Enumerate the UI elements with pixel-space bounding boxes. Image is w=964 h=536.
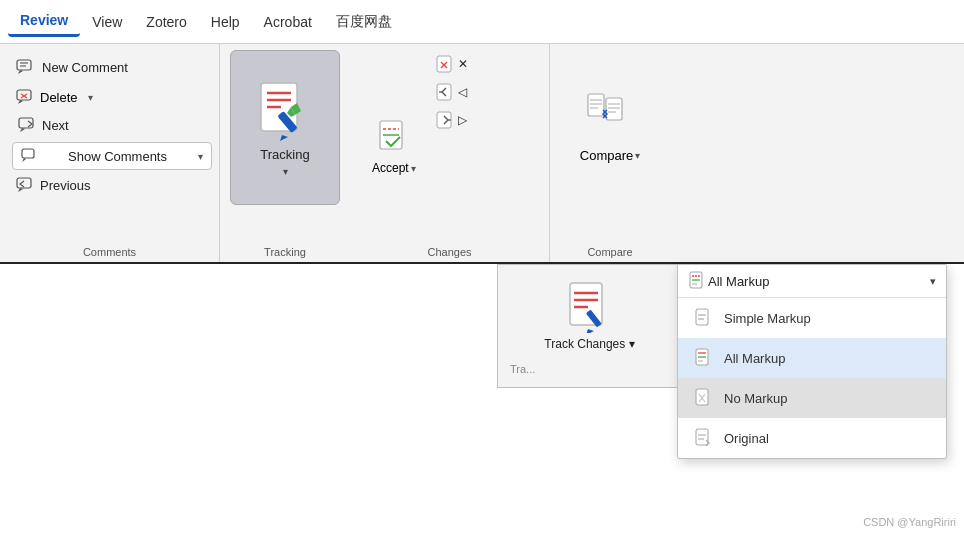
show-comments-label: Show Comments	[68, 149, 167, 164]
tra-label-row: Tra...	[502, 359, 677, 379]
compare-group: Compare ▾ Compare	[550, 44, 670, 262]
simple-markup-label: Simple Markup	[724, 311, 811, 326]
ribbon: New Comment Delete ▾	[0, 44, 964, 264]
next-comment-label: Next	[42, 118, 69, 133]
delete-dropdown-arrow[interactable]: ▾	[84, 90, 97, 105]
delete-row: Delete ▾	[12, 84, 207, 110]
new-comment-icon	[16, 58, 34, 76]
delete-icon	[16, 88, 34, 106]
compare-button[interactable]: Compare ▾	[560, 50, 660, 205]
original-icon	[694, 428, 714, 448]
markup-selected-label: All Markup	[708, 274, 930, 289]
tra-label: Tra...	[510, 363, 535, 375]
accept-label: Accept	[372, 161, 409, 175]
next-comment-icon	[18, 116, 36, 134]
markup-dropdown-arrow[interactable]: ▾	[930, 275, 936, 288]
accept-arrow: ▾	[411, 163, 416, 174]
svg-rect-49	[696, 309, 708, 325]
markup-option-original[interactable]: Original	[678, 418, 946, 458]
changes-next-button[interactable]: ▷	[430, 108, 474, 132]
track-changes-dropdown-panel: Track Changes ▾ Tra...	[497, 264, 682, 388]
markup-option-none[interactable]: No Markup	[678, 378, 946, 418]
svg-marker-9	[20, 128, 25, 132]
changes-next-icon	[436, 111, 454, 129]
simple-markup-icon	[694, 308, 714, 328]
previous-comment-button[interactable]: Previous	[12, 172, 207, 198]
markup-select-row[interactable]: All Markup ▾	[678, 265, 946, 298]
menu-zotero[interactable]: Zotero	[134, 8, 198, 36]
comments-group-label: Comments	[12, 242, 207, 262]
show-comments-icon	[21, 148, 37, 164]
new-comment-label: New Comment	[42, 60, 128, 75]
original-label: Original	[724, 431, 769, 446]
svg-marker-44	[586, 329, 594, 333]
svg-rect-4	[17, 90, 31, 100]
changes-group: Accept ▾ ✕	[350, 44, 550, 262]
svg-marker-11	[22, 158, 26, 162]
reject-button[interactable]: ✕	[430, 52, 474, 76]
menu-review[interactable]: Review	[8, 6, 80, 37]
track-changes-icon	[564, 281, 616, 333]
tracking-group: Tracking ▾ Tracking	[220, 44, 350, 262]
show-comments-arrow: ▾	[198, 151, 203, 162]
tracking-arrow: ▾	[283, 166, 288, 177]
tracking-button[interactable]: Tracking ▾	[230, 50, 340, 205]
comments-top: New Comment Delete ▾	[12, 52, 207, 242]
tracking-icon	[253, 79, 317, 143]
svg-marker-19	[280, 135, 288, 141]
changes-previous-button[interactable]: ◁	[430, 80, 474, 104]
compare-arrow: ▾	[635, 150, 640, 161]
menu-help[interactable]: Help	[199, 8, 252, 36]
svg-rect-31	[588, 94, 604, 116]
delete-label: Delete	[40, 90, 78, 105]
svg-rect-24	[437, 56, 451, 72]
markup-option-simple[interactable]: Simple Markup	[678, 298, 946, 338]
markup-select-icon	[688, 271, 708, 291]
changes-row: Accept ▾ ✕	[362, 52, 474, 242]
changes-group-label: Changes	[362, 242, 537, 262]
markup-option-all[interactable]: All Markup	[678, 338, 946, 378]
next-comment-button[interactable]: Next	[12, 112, 207, 138]
compare-group-label: Compare	[558, 242, 662, 262]
tracking-button-label: Tracking	[260, 147, 309, 162]
svg-marker-13	[18, 188, 23, 192]
no-markup-label: No Markup	[724, 391, 788, 406]
menu-baidu[interactable]: 百度网盘	[324, 7, 404, 37]
show-comments-button[interactable]: Show Comments ▾	[12, 142, 212, 170]
svg-rect-35	[606, 98, 622, 120]
changes-previous-icon	[436, 83, 454, 101]
accept-button[interactable]: Accept ▾	[362, 52, 426, 242]
markup-dropdown: All Markup ▾ Simple Markup All Markup	[677, 264, 947, 459]
tracking-group-label: Tracking	[228, 242, 342, 262]
menu-acrobat[interactable]: Acrobat	[252, 8, 324, 36]
svg-rect-10	[22, 149, 34, 158]
previous-comment-icon	[16, 176, 34, 194]
svg-rect-59	[696, 429, 708, 445]
previous-comment-label: Previous	[40, 178, 91, 193]
compare-icon	[586, 92, 634, 144]
accept-icon	[376, 119, 412, 159]
no-markup-icon	[694, 388, 714, 408]
track-changes-label: Track Changes ▾	[544, 337, 634, 351]
svg-rect-0	[17, 60, 31, 70]
all-markup-label: All Markup	[724, 351, 785, 366]
menubar: Review View Zotero Help Acrobat 百度网盘	[0, 0, 964, 44]
reject-icon	[436, 55, 454, 73]
all-markup-icon	[694, 348, 714, 368]
track-changes-button[interactable]: Track Changes ▾	[502, 273, 677, 359]
comments-group: New Comment Delete ▾	[0, 44, 220, 262]
new-comment-button[interactable]: New Comment	[12, 52, 207, 82]
changes-col: ✕ ◁ ▷	[430, 52, 474, 242]
menu-view[interactable]: View	[80, 8, 134, 36]
watermark: CSDN @YangRiriri	[863, 516, 956, 528]
delete-button[interactable]: Delete	[12, 84, 82, 110]
compare-label: Compare	[580, 148, 633, 163]
